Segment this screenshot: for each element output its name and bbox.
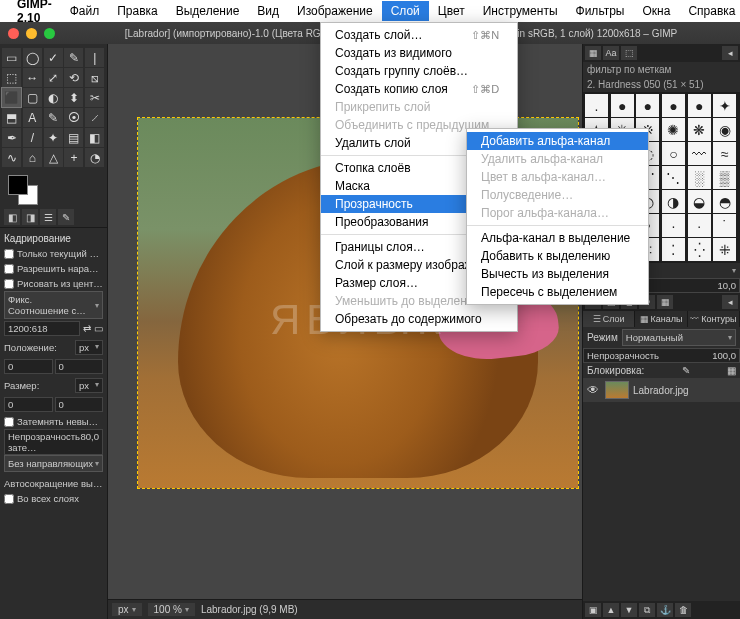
brush-preset[interactable]: ≈ bbox=[713, 142, 736, 165]
tab-icon[interactable]: ✎ bbox=[58, 209, 74, 225]
fix-ratio-select[interactable]: Фикс. Соотношение с…▾ bbox=[4, 291, 103, 319]
allow-expand-checkbox[interactable] bbox=[4, 264, 14, 274]
tool-button[interactable]: ⟲ bbox=[64, 68, 83, 87]
tool-button[interactable]: ✓ bbox=[44, 48, 63, 67]
tab-icon[interactable]: ◨ bbox=[22, 209, 38, 225]
ratio-input[interactable] bbox=[4, 321, 80, 336]
brush-preset[interactable]: ● bbox=[636, 94, 659, 117]
tab-paths[interactable]: 〰 Контуры bbox=[688, 311, 740, 327]
tool-button[interactable]: △ bbox=[44, 148, 63, 167]
brush-preset[interactable]: ⋱ bbox=[662, 166, 685, 189]
unit-select[interactable]: px▾ bbox=[112, 603, 142, 616]
tool-button[interactable]: ✎ bbox=[64, 48, 83, 67]
menu-windows[interactable]: Окна bbox=[633, 1, 679, 21]
brush-preset[interactable]: ● bbox=[662, 94, 685, 117]
pos-y-input[interactable] bbox=[55, 359, 104, 374]
menu-filters[interactable]: Фильтры bbox=[567, 1, 634, 21]
size-h-input[interactable] bbox=[55, 397, 104, 412]
eye-icon[interactable]: 👁 bbox=[587, 383, 601, 397]
brush-preset[interactable]: ˙ bbox=[713, 214, 736, 237]
tool-button[interactable]: ◯ bbox=[23, 48, 42, 67]
brush-filter-label[interactable]: фильтр по меткам bbox=[583, 62, 740, 77]
only-current-layer-checkbox[interactable] bbox=[4, 249, 14, 259]
layer-bottom-icons[interactable]: ▣▲▼⧉⚓🗑 bbox=[583, 601, 740, 619]
brush-preset[interactable]: ✺ bbox=[662, 118, 685, 141]
tool-button[interactable]: ◧ bbox=[85, 128, 104, 147]
brush-preset[interactable]: · bbox=[688, 214, 711, 237]
brush-preset[interactable]: ❋ bbox=[688, 118, 711, 141]
zoom-select[interactable]: 100 %▾ bbox=[148, 603, 195, 616]
brush-preset[interactable]: 〰 bbox=[688, 142, 711, 165]
menu-color[interactable]: Цвет bbox=[429, 1, 474, 21]
menu-tools[interactable]: Инструменты bbox=[474, 1, 567, 21]
tool-button[interactable]: ▭ bbox=[2, 48, 21, 67]
tool-button[interactable]: ✎ bbox=[44, 108, 63, 127]
menu-item[interactable]: Создать группу слоёв… bbox=[321, 62, 517, 80]
autoshrink-label[interactable]: Автосокращение выделения bbox=[4, 478, 103, 489]
layer-item[interactable]: 👁 Labrador.jpg bbox=[583, 378, 740, 402]
tool-button[interactable]: ✂ bbox=[85, 88, 104, 107]
brush-preset[interactable]: . bbox=[585, 94, 608, 117]
tool-button[interactable]: A bbox=[23, 108, 42, 127]
menu-help[interactable]: Справка bbox=[679, 1, 740, 21]
brush-preset[interactable]: ▒ bbox=[713, 166, 736, 189]
dock-top-icons[interactable]: ▦Aa⬚◂ bbox=[583, 44, 740, 62]
tool-button[interactable]: ✒ bbox=[2, 128, 21, 147]
tool-button[interactable]: ⧅ bbox=[85, 68, 104, 87]
brush-preset[interactable]: ∙ bbox=[662, 214, 685, 237]
brush-preset[interactable]: ◉ bbox=[713, 118, 736, 141]
layer-opacity[interactable]: Непрозрачность100,0 bbox=[583, 348, 740, 363]
swap-icon[interactable]: ⇄ bbox=[83, 323, 91, 334]
brush-preset[interactable]: ✦ bbox=[713, 94, 736, 117]
pos-unit[interactable]: px▾ bbox=[75, 340, 103, 355]
menu-item[interactable]: Создать из видимого bbox=[321, 44, 517, 62]
pos-x-input[interactable] bbox=[4, 359, 53, 374]
menu-item[interactable]: Обрезать до содержимого bbox=[321, 310, 517, 328]
menu-item[interactable]: Создать копию слоя⇧⌘D bbox=[321, 80, 517, 98]
tool-button[interactable]: ⬍ bbox=[64, 88, 83, 107]
tool-button[interactable]: ⬛ bbox=[2, 88, 21, 107]
menu-image[interactable]: Изображение bbox=[288, 1, 382, 21]
tool-button[interactable]: ⤢ bbox=[44, 68, 63, 87]
tool-button[interactable]: ◔ bbox=[85, 148, 104, 167]
size-unit[interactable]: px▾ bbox=[75, 378, 103, 393]
tab-channels[interactable]: ▦ Каналы bbox=[635, 311, 687, 327]
tool-button[interactable]: ✦ bbox=[44, 128, 63, 147]
dock-tab-icons[interactable]: ◧ ◨ ☰ ✎ bbox=[0, 207, 107, 227]
tool-button[interactable]: | bbox=[85, 48, 104, 67]
menu-item[interactable]: Создать слой…⇧⌘N bbox=[321, 26, 517, 44]
menu-item[interactable]: Вычесть из выделения bbox=[467, 265, 648, 283]
darken-opacity[interactable]: Непрозрачность зате…80,0 bbox=[4, 429, 103, 455]
tool-button[interactable]: ∿ bbox=[2, 148, 21, 167]
brush-preset[interactable]: ● bbox=[611, 94, 634, 117]
tool-button[interactable]: ⌂ bbox=[23, 148, 42, 167]
maximize-icon[interactable] bbox=[44, 28, 55, 39]
tool-button[interactable]: / bbox=[23, 128, 42, 147]
lock-pixel-icon[interactable]: ✎ bbox=[682, 365, 690, 376]
draw-center-checkbox[interactable] bbox=[4, 279, 14, 289]
layer-name[interactable]: Labrador.jpg bbox=[633, 385, 689, 396]
brush-preset[interactable]: ⁜ bbox=[713, 238, 736, 261]
size-w-input[interactable] bbox=[4, 397, 53, 412]
lock-alpha-icon[interactable]: ▦ bbox=[727, 365, 736, 376]
tool-button[interactable]: ⦿ bbox=[64, 108, 83, 127]
tool-button[interactable]: ⬒ bbox=[2, 108, 21, 127]
tool-button[interactable]: + bbox=[64, 148, 83, 167]
tab-icon[interactable]: ☰ bbox=[40, 209, 56, 225]
menu-file[interactable]: Файл bbox=[61, 1, 109, 21]
menu-layer[interactable]: Слой bbox=[382, 1, 429, 21]
tab-icon[interactable]: ◧ bbox=[4, 209, 20, 225]
menu-item[interactable]: Пересечь с выделением bbox=[467, 283, 648, 301]
guides-select[interactable]: Без направляющих▾ bbox=[4, 455, 103, 472]
tool-button[interactable]: ↔ bbox=[23, 68, 42, 87]
brush-preset[interactable]: ⁚ bbox=[662, 238, 685, 261]
tool-button[interactable]: ◐ bbox=[44, 88, 63, 107]
foreground-color[interactable] bbox=[8, 175, 28, 195]
tool-button[interactable]: ▢ bbox=[23, 88, 42, 107]
brush-preset[interactable]: ◑ bbox=[662, 190, 685, 213]
minimize-icon[interactable] bbox=[26, 28, 37, 39]
tool-button[interactable]: ⬚ bbox=[2, 68, 21, 87]
color-swatches[interactable] bbox=[0, 171, 107, 207]
menu-select[interactable]: Выделение bbox=[167, 1, 249, 21]
tool-button[interactable]: ▤ bbox=[64, 128, 83, 147]
